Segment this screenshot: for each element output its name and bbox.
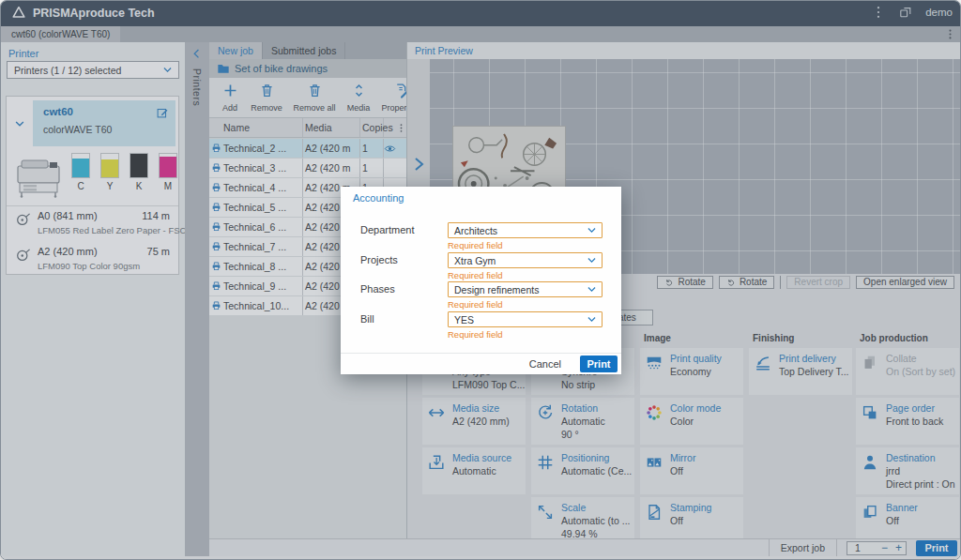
required-field-hint: Required field [448,240,503,250]
required-field-hint: Required field [448,329,503,340]
chevron-down-icon [586,254,598,266]
accounting-dialog: Accounting DepartmentArchitectsRequired … [341,187,621,374]
field-label: Bill [360,313,374,325]
chevron-down-icon [586,283,598,295]
select-value: Design refinements [454,284,539,295]
projects-select[interactable]: Xtra Gym [448,252,603,268]
dialog-print-button[interactable]: Print [580,356,618,372]
select-value: Architects [454,225,497,236]
bill-select[interactable]: YES [448,311,603,327]
field-label: Department [360,224,414,235]
phases-select[interactable]: Design refinements [448,281,603,297]
chevron-down-icon [586,313,598,325]
select-value: YES [454,314,474,325]
required-field-hint: Required field [448,299,503,310]
department-select[interactable]: Architects [448,222,603,238]
select-value: Xtra Gym [454,255,496,266]
dialog-footer: Cancel Print [341,353,621,374]
field-label: Projects [360,254,398,265]
required-field-hint: Required field [448,270,503,280]
dialog-title: Accounting [353,192,404,204]
field-label: Phases [360,283,395,295]
chevron-down-icon [586,224,598,236]
app-window: PRISMAproduce Tech demo cwt60 (colorWAVE… [0,0,961,560]
cancel-button[interactable]: Cancel [520,358,571,370]
